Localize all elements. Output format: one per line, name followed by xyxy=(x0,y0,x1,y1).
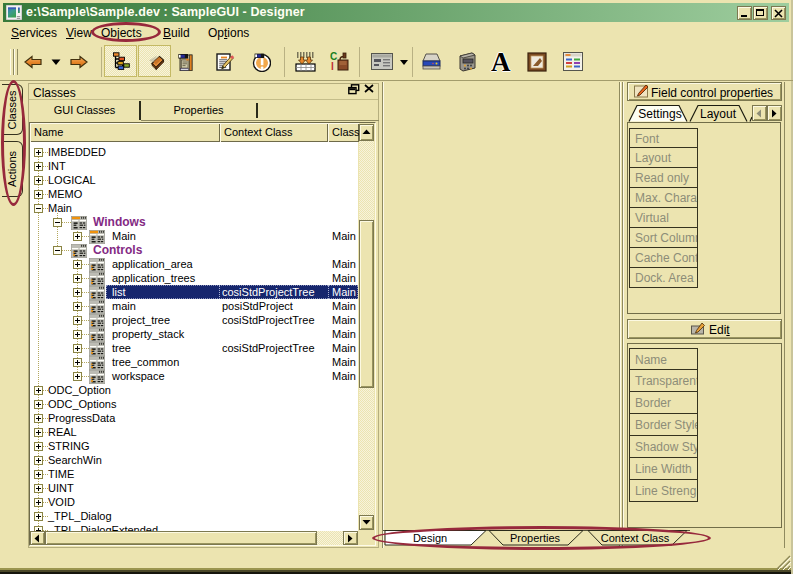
svg-text:Settings: Settings xyxy=(638,107,681,121)
svg-text:Layout: Layout xyxy=(700,107,737,121)
